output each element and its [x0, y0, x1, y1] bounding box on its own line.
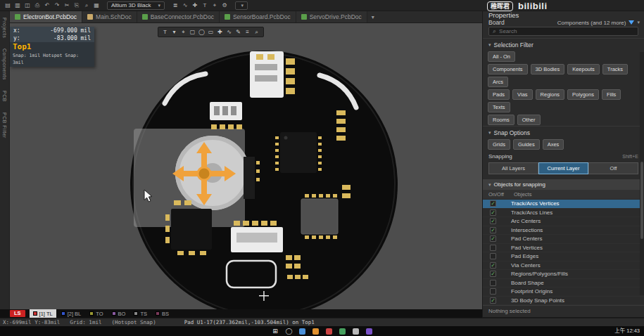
snap-object-row[interactable]: ✓Arc Centers — [483, 217, 644, 226]
snap-object-checkbox[interactable] — [490, 288, 496, 295]
sensor-ic[interactable] — [301, 194, 338, 239]
collapse-caret-icon[interactable]: ▾ — [488, 42, 491, 48]
snap-object-checkbox[interactable]: ✓ — [490, 200, 496, 207]
secondary-select[interactable]: ▾ — [235, 1, 248, 10]
filter-button[interactable]: Keepouts — [567, 64, 600, 75]
panel-scrollbar[interactable] — [640, 52, 644, 295]
snap-option-button[interactable]: Grids — [488, 139, 510, 150]
filter-button[interactable]: Rooms — [488, 115, 514, 125]
taskbar-app-icon[interactable] — [326, 328, 332, 335]
left-rail-tab[interactable]: Components — [2, 44, 7, 84]
collapse-caret-icon[interactable]: ▾ — [488, 182, 491, 188]
document-tab[interactable]: ServoDrive.PcbDoc — [296, 11, 367, 22]
selection-drop-icon[interactable]: T — [160, 27, 170, 37]
snap-object-row[interactable]: ✓Track/Arcs Vertices — [483, 200, 644, 209]
grid-icon[interactable]: ▦ — [91, 0, 101, 11]
document-tab[interactable]: SensorBoard.PcbDoc — [220, 11, 296, 22]
snap-object-row[interactable]: Board Shape — [483, 279, 644, 288]
search-icon[interactable]: ◯ — [286, 328, 292, 335]
left-rail-tab[interactable]: Projects — [2, 13, 7, 42]
caret-down-icon[interactable]: ▾ — [170, 27, 179, 37]
snap-object-checkbox[interactable] — [490, 253, 496, 259]
snap-option-button[interactable]: Guides — [513, 139, 540, 150]
objects-for-snapping-header[interactable]: ▾ Objects for snapping — [483, 179, 644, 190]
mcu-ic[interactable] — [275, 132, 322, 173]
start-button[interactable]: ⊞ — [272, 328, 279, 335]
filter-button[interactable]: Other — [517, 115, 541, 125]
snap-options-header[interactable]: ▾ Snap Options — [483, 126, 644, 138]
measure-icon[interactable]: ⌖ — [210, 0, 220, 11]
scrollbar-thumb[interactable] — [640, 162, 643, 240]
circle-select-icon[interactable]: ◯ — [197, 27, 206, 37]
taskbar-app-icon[interactable] — [339, 328, 346, 335]
snap-object-row[interactable]: ✓3D Body Snap Points — [483, 297, 644, 306]
filter-button[interactable]: Vias — [512, 89, 532, 100]
layer-tab[interactable]: BS — [152, 309, 172, 318]
filter-funnel-icon[interactable] — [629, 20, 634, 25]
selection-filter-header[interactable]: ▾ Selection Filter — [483, 38, 644, 50]
document-tab[interactable]: Main.SchDoc — [82, 11, 137, 22]
text-tool-icon[interactable]: T — [200, 0, 210, 11]
search-input[interactable] — [499, 28, 634, 34]
taskbar-app-icon[interactable] — [299, 328, 305, 335]
taskbar-app-icon[interactable] — [312, 328, 319, 335]
open-file-icon[interactable]: ▥ — [13, 0, 23, 11]
filter-button[interactable]: Texts — [488, 102, 510, 112]
snapping-scope-option[interactable]: All Layers — [488, 162, 538, 174]
filter-button[interactable]: Arcs — [488, 77, 508, 87]
taskbar-app-icon[interactable] — [353, 328, 359, 335]
layer-tab[interactable]: TO — [86, 309, 106, 318]
snap-object-checkbox[interactable]: ✓ — [490, 271, 496, 277]
snap-object-checkbox[interactable]: ✓ — [490, 297, 496, 304]
snap-option-button[interactable]: Axes — [543, 139, 564, 150]
taskbar-clock[interactable]: 上午 12:43 — [614, 326, 640, 336]
snap-object-row[interactable]: Footprint Origins — [483, 287, 644, 297]
snapping-scope-option[interactable]: Current Layer — [538, 162, 588, 174]
snap-object-checkbox[interactable]: ✓ — [490, 235, 496, 242]
copy-icon[interactable]: ⎘ — [72, 0, 82, 11]
save-icon[interactable]: ◫ — [23, 0, 32, 11]
left-rail-tab[interactable]: PCB — [2, 86, 7, 106]
find-tool-icon[interactable]: ⌕ — [252, 27, 261, 37]
snap-object-checkbox[interactable]: ✓ — [490, 262, 496, 269]
snap-point-icon[interactable]: ⌖ — [179, 27, 188, 37]
rect-select-icon[interactable]: ▢ — [188, 27, 197, 37]
undo-icon[interactable]: ↶ — [42, 0, 52, 11]
new-file-icon[interactable]: ▤ — [3, 0, 13, 11]
snap-object-row[interactable]: ✓Track/Arcs Lines — [483, 209, 644, 218]
place-tool-icon[interactable]: ✚ — [215, 27, 225, 37]
tab-overflow-icon[interactable]: ▾ — [367, 11, 379, 22]
redo-icon[interactable]: ↷ — [52, 0, 62, 11]
view-mode-select[interactable]: Altium 3D Black ▾ — [107, 1, 165, 10]
snap-object-checkbox[interactable]: ✓ — [490, 227, 496, 233]
layer-tab[interactable]: BO — [108, 309, 130, 318]
snap-object-row[interactable]: Pad Vertices — [483, 244, 644, 253]
layer-tab[interactable]: TS — [130, 309, 151, 318]
align-tool-icon[interactable]: ≡ — [243, 27, 252, 37]
filter-button[interactable]: All - On — [488, 51, 515, 62]
place-component-icon[interactable]: ✚ — [190, 0, 200, 11]
settings-icon[interactable]: ⚙ — [220, 0, 229, 11]
snap-object-row[interactable]: Pad Edges — [483, 252, 644, 261]
filter-button[interactable]: Regions — [536, 89, 565, 100]
filter-button[interactable]: Fills — [602, 89, 621, 100]
cut-icon[interactable]: ✂ — [62, 0, 72, 11]
edit-tool-icon[interactable]: ✎ — [234, 27, 243, 37]
chevron-down-icon[interactable]: ▾ — [637, 20, 640, 25]
layer-tab[interactable]: [1] TL — [30, 309, 56, 318]
print-icon[interactable]: ⎙ — [32, 0, 42, 11]
filter-button[interactable]: Tracks — [602, 64, 628, 75]
filter-button[interactable]: Components — [488, 64, 528, 75]
filter-button[interactable]: 3D Bodies — [531, 64, 565, 75]
panel-search[interactable]: ⌕ — [488, 27, 638, 36]
snap-object-row[interactable]: ✓Pad Centers — [483, 235, 644, 244]
scope-selector[interactable]: Components (and 12 more) ▾ — [557, 20, 640, 26]
route-tool-icon[interactable]: ∿ — [225, 27, 234, 37]
collapse-caret-icon[interactable]: ▾ — [488, 130, 491, 136]
layer-set-button[interactable]: LS — [10, 310, 25, 317]
left-rail-tab[interactable]: PCB Filter — [2, 108, 7, 143]
taskbar-app-icon[interactable] — [366, 328, 372, 335]
region-tool-icon[interactable]: ▭ — [206, 27, 215, 37]
document-tab[interactable]: BaseConnector.PcbDoc — [137, 11, 220, 22]
bottom-connector[interactable] — [231, 221, 283, 252]
